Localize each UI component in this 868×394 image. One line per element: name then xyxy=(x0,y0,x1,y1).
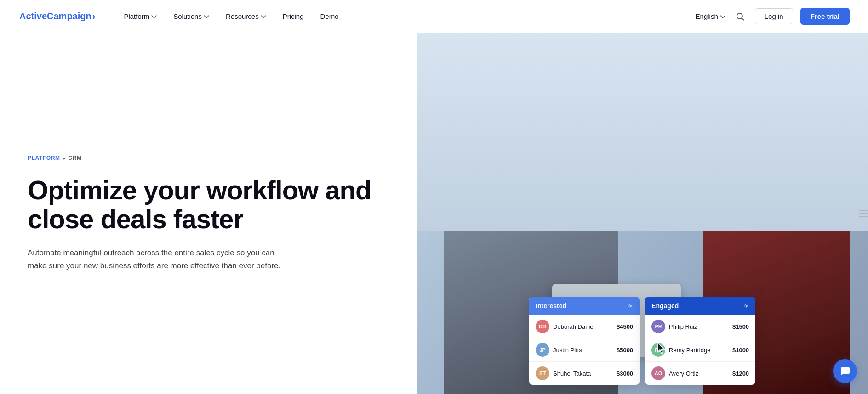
crm-row-avery: AO Avery Ortiz $1200 xyxy=(645,362,755,385)
nav-links: Platform Solutions Resources Pricing Dem… xyxy=(117,9,695,24)
chevron-down-icon xyxy=(204,14,209,20)
crm-card-interested: Interested DD Deborah Daniel $4500 JP Ju… xyxy=(529,297,640,385)
crm-row-justin: JP Justin Pitts $5000 xyxy=(529,338,640,362)
edge-decoration xyxy=(859,210,868,217)
crm-row-remy: RP Remy Partridge $1000 xyxy=(645,338,755,362)
free-trial-button[interactable]: Free trial xyxy=(800,8,850,25)
login-button[interactable]: Log in xyxy=(755,8,793,24)
name-deborah: Deborah Daniel xyxy=(553,323,613,330)
language-selector[interactable]: English xyxy=(696,12,725,20)
chevron-down-icon xyxy=(151,14,157,20)
avatar-remy: RP xyxy=(651,343,665,357)
nav-platform[interactable]: Platform xyxy=(117,9,163,24)
amount-avery: $1200 xyxy=(732,370,749,377)
amount-justin: $5000 xyxy=(617,347,633,354)
avatar-deborah: DD xyxy=(536,320,549,333)
chat-icon xyxy=(839,366,851,377)
svg-point-0 xyxy=(737,13,742,19)
nav-demo[interactable]: Demo xyxy=(314,9,345,24)
window-bg xyxy=(417,33,868,231)
chevron-down-icon xyxy=(261,14,266,20)
search-icon xyxy=(736,12,744,21)
avatar-avery: AO xyxy=(651,366,665,380)
avatar-justin: JP xyxy=(536,343,549,357)
crm-cards-container: Interested DD Deborah Daniel $4500 JP Ju… xyxy=(529,297,755,385)
crm-card-title-engaged: Engaged xyxy=(651,302,679,310)
amount-shuhei: $3000 xyxy=(617,370,633,377)
crm-row-deborah: DD Deborah Daniel $4500 xyxy=(529,315,640,338)
avatar-shuhei: ST xyxy=(536,366,549,380)
hero-headline: Optimize your workflow and close deals f… xyxy=(28,176,389,233)
hero-section: PLATFORM ▸ CRM Optimize your workflow an… xyxy=(0,33,868,394)
hero-subtext: Automate meaningful outreach across the … xyxy=(28,247,285,272)
crm-card-header-engaged: Engaged xyxy=(645,297,755,315)
logo[interactable]: ActiveCampaign › xyxy=(18,11,95,22)
amount-remy: $1000 xyxy=(732,347,749,354)
chevron-down-icon xyxy=(720,14,725,20)
breadcrumb-platform[interactable]: PLATFORM xyxy=(28,155,60,161)
crm-row-shuhei: ST Shuhei Takata $3000 xyxy=(529,362,640,385)
breadcrumb-crm: CRM xyxy=(68,155,81,161)
breadcrumb-separator: ▸ xyxy=(63,156,66,161)
nav-solutions[interactable]: Solutions xyxy=(167,9,216,24)
crm-card-engaged: Engaged PR Philip Ruiz $1500 RP Remy Par… xyxy=(645,297,755,385)
avatar-philip: PR xyxy=(651,320,665,333)
nav-right: English Log in Free trial xyxy=(696,8,850,25)
hero-left: PLATFORM ▸ CRM Optimize your workflow an… xyxy=(0,33,417,394)
breadcrumb: PLATFORM ▸ CRM xyxy=(28,155,389,161)
nav-pricing[interactable]: Pricing xyxy=(276,9,310,24)
chat-button[interactable] xyxy=(833,359,857,383)
name-justin: Justin Pitts xyxy=(553,347,613,354)
navbar: ActiveCampaign › Platform Solutions Reso… xyxy=(0,0,868,33)
name-remy: Remy Partridge xyxy=(669,347,729,354)
crm-card-title-interested: Interested xyxy=(536,302,566,310)
gear-icon-2[interactable] xyxy=(742,302,749,310)
name-philip: Philip Ruiz xyxy=(669,323,729,330)
hero-right: Interested DD Deborah Daniel $4500 JP Ju… xyxy=(417,33,868,394)
name-avery: Avery Ortiz xyxy=(669,370,729,377)
gear-icon[interactable] xyxy=(626,302,633,310)
search-button[interactable] xyxy=(733,9,748,24)
name-shuhei: Shuhei Takata xyxy=(553,370,613,377)
amount-deborah: $4500 xyxy=(617,323,633,330)
crm-card-header-interested: Interested xyxy=(529,297,640,315)
nav-resources[interactable]: Resources xyxy=(219,9,273,24)
crm-row-philip: PR Philip Ruiz $1500 xyxy=(645,315,755,338)
amount-philip: $1500 xyxy=(732,323,749,330)
